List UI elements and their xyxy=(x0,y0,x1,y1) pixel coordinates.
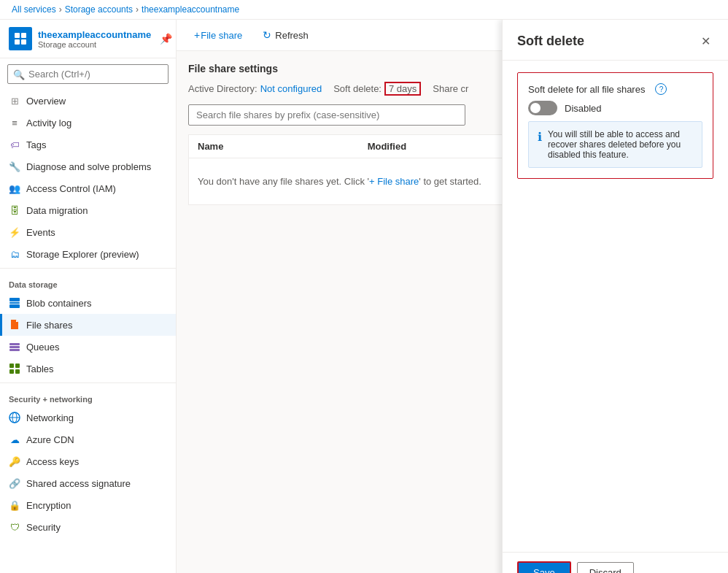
account-icon xyxy=(9,27,32,50)
bolt-icon: ⚡ xyxy=(9,226,20,238)
svg-rect-3 xyxy=(21,39,26,45)
network-icon xyxy=(9,412,20,423)
breadcrumb-all-services[interactable]: All services xyxy=(12,4,56,15)
svg-rect-4 xyxy=(9,298,20,301)
sidebar: theexampleaccountname Storage account 📌 … xyxy=(0,20,177,573)
discard-button[interactable]: Discard xyxy=(577,562,634,573)
section-security-networking: Security + networking xyxy=(0,386,176,407)
panel-title: Soft delete xyxy=(517,34,584,49)
sidebar-item-label: Access Control (IAM) xyxy=(26,183,116,194)
soft-delete-toggle[interactable] xyxy=(528,101,557,115)
queue-icon xyxy=(9,341,20,353)
pin-button[interactable]: 📌 xyxy=(157,31,175,46)
sidebar-item-label: Tables xyxy=(26,364,54,374)
panel-footer: Save Discard xyxy=(503,552,728,573)
empty-text: You don't have any file shares yet. Clic… xyxy=(198,176,369,187)
refresh-button[interactable]: ↻ Refresh xyxy=(257,26,314,45)
help-icon[interactable]: ? xyxy=(655,83,667,95)
toggle-status-text: Disabled xyxy=(565,103,602,114)
svg-rect-9 xyxy=(9,349,20,351)
search-input[interactable] xyxy=(7,64,169,84)
sidebar-item-sas[interactable]: 🔗 Shared access signature xyxy=(0,472,176,494)
sidebar-item-migration[interactable]: 🗄 Data migration xyxy=(0,199,176,221)
tag-icon: 🏷 xyxy=(9,139,20,150)
sidebar-item-cdn[interactable]: ☁ Azure CDN xyxy=(0,428,176,450)
sidebar-item-label: Events xyxy=(26,227,55,238)
sidebar-scroll: ⊞ Overview ≡ Activity log 🏷 Tags 🔧 Diagn… xyxy=(0,90,176,573)
refresh-icon: ↻ xyxy=(263,29,271,41)
sidebar-item-diagnose[interactable]: 🔧 Diagnose and solve problems xyxy=(0,155,176,177)
svg-rect-7 xyxy=(9,343,20,345)
sidebar-item-label: Activity log xyxy=(26,118,71,128)
info-text: You will still be able to access and rec… xyxy=(548,129,693,160)
sidebar-item-activity-log[interactable]: ≡ Activity log xyxy=(0,112,176,134)
active-directory-label: Active Directory: xyxy=(188,83,257,94)
active-directory-item: Active Directory: Not configured xyxy=(188,83,322,94)
info-box: ℹ You will still be able to access and r… xyxy=(528,121,702,168)
sidebar-item-events[interactable]: ⚡ Events xyxy=(0,221,176,243)
file-icon xyxy=(9,319,20,331)
sidebar-item-encryption[interactable]: 🔒 Encryption xyxy=(0,494,176,516)
sidebar-item-queues[interactable]: Queues xyxy=(0,336,176,358)
sidebar-item-tags[interactable]: 🏷 Tags xyxy=(0,134,176,155)
svg-rect-12 xyxy=(9,369,14,374)
sidebar-item-explorer[interactable]: 🗂 Storage Explorer (preview) xyxy=(0,243,176,265)
sidebar-item-label: Queues xyxy=(26,342,60,353)
sidebar-item-label: Blob containers xyxy=(26,298,92,309)
sidebar-item-fileshares[interactable]: File shares xyxy=(0,314,176,336)
panel-close-button[interactable]: ✕ xyxy=(698,31,713,51)
sidebar-item-label: Tags xyxy=(26,139,46,150)
share-cross-label: Share cr xyxy=(433,83,468,94)
save-button[interactable]: Save xyxy=(517,561,571,573)
sidebar-item-label: File shares xyxy=(26,320,73,331)
breadcrumb: All services › Storage accounts › theexa… xyxy=(0,0,728,20)
account-header: theexampleaccountname Storage account 📌 … xyxy=(0,20,176,58)
search-box: 🔍 xyxy=(7,64,169,84)
panel-header: Soft delete ✕ xyxy=(503,20,728,61)
sidebar-item-label: Security xyxy=(26,522,61,533)
sidebar-item-tables[interactable]: Tables xyxy=(0,358,176,380)
account-name: theexampleaccountname xyxy=(38,29,151,40)
breadcrumb-storage-accounts[interactable]: Storage accounts xyxy=(65,4,133,15)
blob-icon xyxy=(9,297,20,309)
refresh-label: Refresh xyxy=(275,30,309,41)
add-file-share-label: File share xyxy=(201,30,242,41)
soft-delete-toggle-row: Soft delete for all file shares ? xyxy=(528,83,702,95)
sidebar-item-label: Overview xyxy=(26,96,66,107)
plus-icon: + xyxy=(194,29,200,41)
sidebar-item-blob[interactable]: Blob containers xyxy=(0,292,176,314)
col-name: Name xyxy=(198,141,368,152)
breadcrumb-account-name[interactable]: theexampleaccountname xyxy=(142,4,239,15)
soft-delete-value[interactable]: 7 days xyxy=(384,82,421,96)
sidebar-item-label: Data migration xyxy=(26,205,88,216)
sidebar-item-overview[interactable]: ⊞ Overview xyxy=(0,90,176,112)
sidebar-item-label: Shared access signature xyxy=(26,478,131,489)
grid-icon: ⊞ xyxy=(9,95,20,107)
active-directory-value[interactable]: Not configured xyxy=(260,83,322,94)
soft-delete-label: Soft delete: xyxy=(333,83,382,94)
table-icon xyxy=(9,363,20,374)
soft-delete-settings-box: Soft delete for all file shares ? Disabl… xyxy=(517,72,713,179)
database-icon: 🗄 xyxy=(9,204,20,216)
divider-1 xyxy=(0,268,176,269)
add-file-share-link[interactable]: + File share xyxy=(369,176,419,187)
sidebar-item-label: Encryption xyxy=(26,500,71,511)
sidebar-item-label: Networking xyxy=(26,412,74,423)
svg-rect-8 xyxy=(9,346,20,348)
sidebar-item-label: Storage Explorer (preview) xyxy=(26,249,139,260)
list-icon: ≡ xyxy=(9,117,20,128)
sidebar-item-iam[interactable]: 👥 Access Control (IAM) xyxy=(0,177,176,199)
search-prefix-input[interactable] xyxy=(188,104,465,126)
sidebar-item-keys[interactable]: 🔑 Access keys xyxy=(0,450,176,472)
add-file-share-button[interactable]: + File share xyxy=(188,26,248,45)
svg-rect-11 xyxy=(15,364,20,368)
svg-rect-10 xyxy=(9,364,14,368)
svg-rect-0 xyxy=(15,33,20,38)
panel-content: Soft delete for all file shares ? Disabl… xyxy=(503,61,728,552)
shield-icon: 🛡 xyxy=(9,521,20,533)
sidebar-item-security[interactable]: 🛡 Security xyxy=(0,516,176,538)
svg-rect-2 xyxy=(15,39,20,45)
sidebar-item-networking[interactable]: Networking xyxy=(0,407,176,428)
sidebar-item-label: Azure CDN xyxy=(26,434,74,445)
wrench-icon: 🔧 xyxy=(9,161,20,172)
